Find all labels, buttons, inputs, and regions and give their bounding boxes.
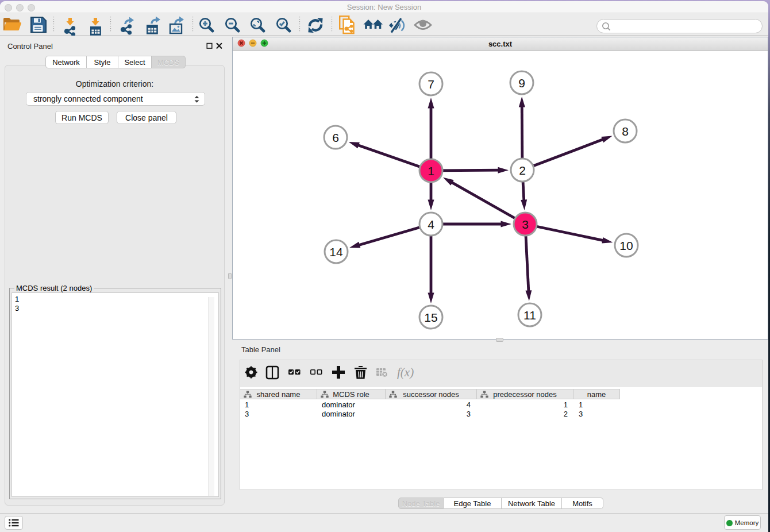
svg-text:8: 8 [622, 125, 629, 138]
svg-text:6: 6 [332, 131, 339, 144]
svg-text:4: 4 [428, 218, 434, 231]
svg-text:10: 10 [619, 239, 633, 252]
svg-text:11: 11 [523, 309, 536, 322]
svg-text:1: 1 [428, 164, 434, 178]
svg-text:f(x): f(x) [397, 365, 414, 379]
svg-text:15: 15 [424, 311, 437, 324]
svg-text:2: 2 [519, 164, 526, 177]
svg-text:9: 9 [518, 76, 525, 90]
svg-text:7: 7 [428, 78, 434, 91]
svg-text:14: 14 [329, 245, 343, 259]
svg-text:3: 3 [522, 218, 529, 231]
